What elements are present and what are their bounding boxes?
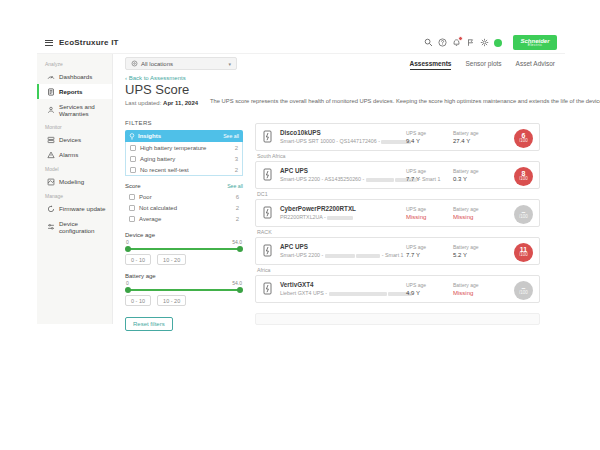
device-location: DC1 [257, 191, 540, 197]
battery-age-column: Battery ageMissing [453, 206, 479, 220]
device-name: CyberPowerPR2200RTXL [280, 205, 356, 212]
device-card-vertivgxt4[interactable]: VertivGXT4 Liebert GXT4 UPS - UPS age4.9… [255, 275, 540, 303]
filters-title: FILTERS [125, 120, 243, 126]
device-card-apc-ups-2[interactable]: APC UPS Smart-UPS 2200 - - Smart 1 UPS a… [255, 237, 540, 265]
sidebar-item-alarms[interactable]: Alarms [37, 147, 112, 162]
ecostruxure-logo[interactable]: EcoStruxure IT [59, 38, 119, 47]
battery-age-column: Battery age5.2 Y [453, 244, 479, 258]
filter-aging-battery[interactable]: Aging battery 3 [126, 153, 242, 164]
insights-filter-group: High battery temperature 2 Aging battery… [125, 142, 243, 176]
search-icon[interactable] [423, 38, 433, 48]
checkbox[interactable] [129, 194, 135, 200]
filter-no-recent-self-test[interactable]: No recent self-test 2 [126, 164, 242, 175]
checkbox[interactable] [130, 167, 136, 173]
tab-asset-advisor[interactable]: Asset Advisor [516, 60, 555, 70]
filter-score-not-calculated[interactable]: Not calculated 2 [125, 202, 243, 213]
filter-score-average[interactable]: Average 2 [125, 213, 243, 224]
device-age-chip-0-10[interactable]: 0 - 10 [125, 254, 151, 265]
firmware-update-icon [47, 205, 55, 213]
filter-score-poor[interactable]: Poor 6 [125, 191, 243, 202]
schneider-electric-logo[interactable]: Schneider Electric [513, 35, 557, 50]
score-see-all-link[interactable]: See all [227, 183, 243, 189]
device-card-cyberpower[interactable]: CyberPowerPR2200RTXL PR2200RTXL2UA - UPS… [255, 199, 540, 227]
checkbox[interactable] [130, 156, 136, 162]
chevron-down-icon: ▾ [228, 61, 231, 67]
sidebar-item-firmware-update[interactable]: Firmware update [37, 201, 112, 216]
reset-filters-button[interactable]: Reset filters [125, 317, 173, 331]
checkbox[interactable] [130, 145, 136, 151]
tab-sensor-plots[interactable]: Sensor plots [465, 60, 501, 70]
device-group: APC UPS Smart-UPS 2200 - AS1435250260 - … [255, 161, 540, 197]
location-selector-value: All locations [141, 61, 173, 67]
device-location: RACK [257, 229, 540, 235]
topbar-actions: Schneider Electric [423, 35, 557, 50]
device-detail: Smart-UPS SRT 10000 - QS1447172406 - [280, 138, 411, 144]
alarm-warning-icon [47, 151, 55, 159]
dashboard-icon [47, 73, 55, 81]
slider-handle-min[interactable] [125, 246, 131, 252]
flag-icon[interactable] [465, 38, 475, 48]
device-detail: Liebert GXT4 UPS - [280, 290, 412, 296]
checkbox[interactable] [129, 205, 135, 211]
sidebar-item-dashboards[interactable]: Dashboards [37, 69, 112, 84]
slider-handle-max[interactable] [237, 287, 243, 293]
ups-age-column: UPS age7.7 Y [406, 244, 426, 258]
device-location: Africa [257, 267, 540, 273]
sidebar-section-monitor: Monitor [37, 120, 112, 132]
device-card-apc-ups-1[interactable]: APC UPS Smart-UPS 2200 - AS1435250260 - … [255, 161, 540, 189]
battery-age-slider[interactable] [126, 287, 242, 293]
sidebar-section-model: Model [37, 162, 112, 174]
ups-age-column: UPS age7.7 Y [406, 168, 426, 182]
sidebar-item-reports[interactable]: Reports [37, 84, 112, 99]
device-group: VertivGXT4 Liebert GXT4 UPS - UPS age4.9… [255, 275, 540, 311]
filters-panel: FILTERS Insights See all High battery te… [125, 120, 243, 331]
battery-age-column: Battery age27.4 Y [453, 130, 479, 144]
back-to-assessments-link[interactable]: ‹ Back to Assessments [125, 75, 186, 81]
tab-assessments[interactable]: Assessments [410, 60, 452, 70]
services-icon [47, 106, 55, 114]
filter-count: 2 [236, 216, 239, 222]
device-configuration-icon [47, 223, 55, 231]
device-age-label: Device age [125, 232, 243, 238]
slider-track[interactable] [126, 248, 242, 250]
filter-count: 6 [236, 194, 239, 200]
settings-gear-icon[interactable] [479, 38, 489, 48]
filter-high-battery-temperature[interactable]: High battery temperature 2 [126, 142, 242, 153]
sidebar-item-devices[interactable]: Devices [37, 132, 112, 147]
slider-track[interactable] [126, 289, 242, 291]
account-status-icon[interactable] [493, 38, 503, 48]
insights-header[interactable]: Insights See all [125, 130, 243, 142]
page-title: UPS Score [125, 82, 189, 97]
location-selector[interactable]: All locations ▾ [125, 57, 237, 70]
insights-see-all-link[interactable]: See all [223, 133, 239, 139]
ups-age-column: UPS age9.4 Y [406, 130, 426, 144]
device-card-disco10kups[interactable]: Disco10kUPS Smart-UPS SRT 10000 - QS1447… [255, 123, 540, 151]
battery-age-min: 0 [126, 280, 129, 286]
help-icon[interactable] [437, 38, 447, 48]
partial-next-card [255, 313, 540, 325]
slider-handle-min[interactable] [125, 287, 131, 293]
sidebar-item-device-configuration[interactable]: Device configuration [37, 216, 112, 237]
battery-age-chip-0-10[interactable]: 0 - 10 [125, 295, 151, 306]
checkbox[interactable] [129, 216, 135, 222]
notifications-icon[interactable] [451, 38, 461, 48]
battery-age-chips: 0 - 10 10 - 20 [125, 295, 243, 306]
main-content: All locations ▾ Assessments Sensor plots… [113, 54, 565, 324]
battery-age-max: 54.0 [232, 280, 242, 286]
device-name: VertivGXT4 [280, 281, 314, 288]
device-age-chip-10-20[interactable]: 10 - 20 [157, 254, 186, 265]
battery-age-chip-10-20[interactable]: 10 - 20 [157, 295, 186, 306]
ups-device-icon [263, 168, 272, 181]
battery-age-label: Battery age [125, 273, 243, 279]
device-age-slider[interactable] [126, 246, 242, 252]
slider-handle-max[interactable] [237, 246, 243, 252]
device-name: APC UPS [280, 243, 308, 250]
redacted-text [356, 254, 380, 258]
sidebar-item-services-warranties[interactable]: Services and Warranties [37, 99, 112, 120]
redacted-text [329, 292, 387, 296]
redacted-text [327, 216, 353, 220]
hamburger-menu-icon[interactable] [45, 40, 53, 46]
sidebar-nav: Analyze Dashboards Reports Services and … [37, 54, 113, 324]
device-name: Disco10kUPS [280, 129, 321, 136]
sidebar-item-modeling[interactable]: Modeling [37, 174, 112, 189]
